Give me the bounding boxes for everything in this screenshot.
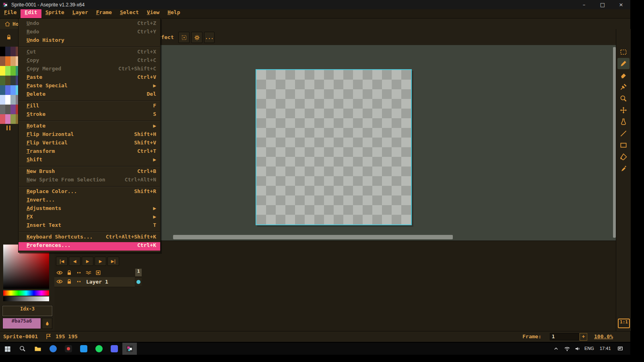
gray-slider[interactable] <box>3 296 49 301</box>
palette-swatch[interactable] <box>10 105 16 114</box>
hue-slider[interactable] <box>3 290 49 296</box>
onion-skin-icon[interactable] <box>85 269 92 276</box>
skip-last-frame-button[interactable]: ▶| <box>107 257 119 266</box>
palette-divider-icon[interactable] <box>6 125 10 130</box>
menu-item-keyboard-shortcuts[interactable]: Keyboard Shortcuts...Ctrl+Alt+Shift+K <box>19 234 160 242</box>
palette-swatch[interactable] <box>5 95 10 105</box>
menu-layer[interactable]: Layer <box>68 9 92 18</box>
palette-swatch[interactable] <box>5 114 10 124</box>
add-frame-button[interactable]: + <box>580 333 587 341</box>
eyedropper-tool[interactable] <box>617 81 630 93</box>
slice-tool[interactable] <box>617 116 630 128</box>
menu-item-flip-vertical[interactable]: Flip VerticalShift+V <box>19 140 160 148</box>
notification-center-button[interactable] <box>614 343 626 355</box>
menu-item-redo[interactable]: RedoCtrl+Y <box>19 29 160 37</box>
close-button[interactable]: × <box>612 0 630 9</box>
symmetry-button[interactable] <box>178 32 190 43</box>
palette-swatch[interactable] <box>10 56 16 66</box>
contour-tool[interactable] <box>617 163 630 174</box>
menu-item-insert-text[interactable]: Insert TextT <box>19 222 160 230</box>
network-tray-icon[interactable] <box>562 343 572 355</box>
sprite-canvas[interactable] <box>256 69 412 225</box>
menu-item-rotate[interactable]: Rotate▶ <box>19 123 160 131</box>
palette-swatch[interactable] <box>0 47 5 56</box>
tray-chevron-button[interactable] <box>551 343 561 355</box>
menu-item-transform[interactable]: TransformCtrl+T <box>19 148 160 156</box>
palette-index-button[interactable]: Idx-3 <box>2 306 52 316</box>
eraser-tool[interactable] <box>617 70 630 81</box>
menu-item-copy-merged[interactable]: Copy MergedCtrl+Shift+C <box>19 66 160 74</box>
layer-name[interactable]: Layer 1 <box>86 279 108 285</box>
taskbar-app-3[interactable] <box>76 343 91 355</box>
rectangular-marquee-tool[interactable] <box>617 46 630 58</box>
palette-swatch[interactable] <box>0 76 5 85</box>
layer-visibility-icon[interactable] <box>56 278 63 285</box>
language-indicator[interactable]: ENG <box>584 346 594 351</box>
palette-swatch[interactable] <box>0 56 5 66</box>
start-button[interactable] <box>0 343 14 355</box>
taskbar-search-button[interactable] <box>15 343 30 355</box>
menu-item-stroke[interactable]: StrokeS <box>19 111 160 119</box>
menu-file[interactable]: File <box>0 9 21 18</box>
volume-tray-icon[interactable] <box>572 343 583 355</box>
pixel-ratio-button[interactable]: 1:1 <box>618 319 630 328</box>
menu-frame[interactable]: Frame <box>92 9 116 18</box>
layer-lock-icon[interactable] <box>66 278 72 285</box>
palette-swatch[interactable] <box>0 85 5 95</box>
pencil-tool[interactable] <box>617 58 630 69</box>
taskbar-app-4[interactable] <box>92 343 106 355</box>
menu-item-preferences[interactable]: Preferences...Ctrl+K <box>19 242 160 251</box>
frame-options-icon[interactable] <box>95 269 101 276</box>
lock-header-icon[interactable] <box>66 269 72 276</box>
current-color-hex[interactable]: #ba75a6 <box>2 318 41 329</box>
frame-number-input[interactable]: 1 <box>550 333 579 340</box>
continuous-header-icon[interactable] <box>76 269 82 276</box>
taskbar-app-5[interactable] <box>107 343 122 355</box>
palette-swatch[interactable] <box>0 114 5 124</box>
palette-swatch[interactable] <box>10 76 16 85</box>
menu-item-shift[interactable]: Shift▶ <box>19 156 160 165</box>
vertical-scrollbar[interactable] <box>613 47 616 238</box>
palette-swatch[interactable] <box>5 85 10 95</box>
skip-first-frame-button[interactable]: |◀ <box>56 257 68 266</box>
palette-swatch[interactable] <box>10 47 16 56</box>
layer-row-block[interactable]: Layer 1 <box>54 277 135 287</box>
zoom-tool[interactable] <box>617 93 630 104</box>
taskbar-app-1[interactable] <box>46 343 60 355</box>
menu-item-undo[interactable]: UndoCtrl+Z <box>19 20 160 29</box>
menu-item-adjustments[interactable]: Adjustments▶ <box>19 205 160 214</box>
play-button[interactable]: ▶ <box>82 257 93 266</box>
more-options-button[interactable]: ... <box>204 32 215 43</box>
palette-swatch[interactable] <box>10 114 16 124</box>
menu-item-invert[interactable]: Invert... <box>19 197 160 205</box>
maximize-button[interactable]: □ <box>593 0 612 9</box>
menu-item-copy[interactable]: CopyCtrl+C <box>19 57 160 66</box>
menu-item-delete[interactable]: DeleteDel <box>19 91 160 99</box>
menu-sprite[interactable]: Sprite <box>41 9 68 18</box>
palette-swatch[interactable] <box>5 66 10 76</box>
rectangle-tool[interactable] <box>617 140 630 151</box>
clock[interactable]: 17:41 <box>600 346 611 351</box>
file-explorer-button[interactable] <box>31 343 45 355</box>
paint-bucket-tool[interactable] <box>617 151 630 162</box>
next-frame-button[interactable]: ▶ <box>95 257 106 266</box>
cel-cell[interactable] <box>135 278 142 286</box>
previous-frame-button[interactable]: ◀ <box>69 257 80 266</box>
palette-swatch[interactable] <box>0 105 5 114</box>
move-tool[interactable] <box>617 105 630 116</box>
line-tool[interactable] <box>617 128 630 139</box>
taskbar-aseprite-active[interactable] <box>122 343 137 355</box>
menu-view[interactable]: View <box>143 9 163 18</box>
palette-swatch[interactable] <box>5 56 10 66</box>
lock-icon[interactable] <box>6 34 12 41</box>
menu-select[interactable]: Select <box>116 9 143 18</box>
frame-number-header[interactable]: 1 <box>135 269 142 276</box>
palette-swatch[interactable] <box>5 76 10 85</box>
palette-swatch[interactable] <box>5 105 10 114</box>
layer-continuous-icon[interactable] <box>76 278 82 285</box>
zoom-level-value[interactable]: 100.0% <box>594 333 613 339</box>
palette-swatch[interactable] <box>5 47 10 56</box>
palette-swatch[interactable] <box>10 85 16 95</box>
taskbar-app-2[interactable] <box>61 343 76 355</box>
menu-item-paste-special[interactable]: Paste Special▶ <box>19 82 160 91</box>
